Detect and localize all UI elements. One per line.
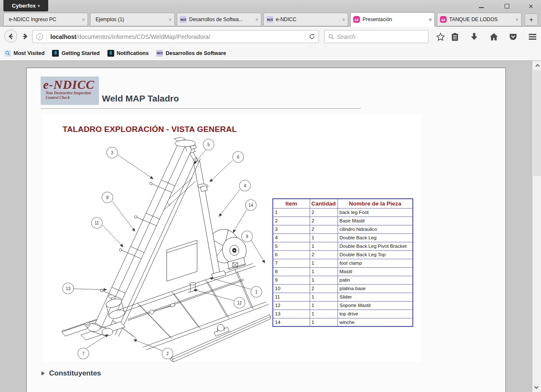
callout-balloon: 14 (245, 200, 256, 211)
url-path: /documentos/Informes/CDS/WeldMap/Perfora… (76, 33, 302, 40)
minimize-icon (479, 7, 484, 8)
titlebar: Cyberfox ▾ × (0, 0, 541, 12)
logo-title: e-NDICC (43, 78, 99, 91)
download-arrow-icon (470, 33, 478, 41)
site-info-icon[interactable]: i (36, 33, 43, 40)
tab-close-icon[interactable]: × (82, 16, 85, 23)
bookmark-most-visited[interactable]: Most Visited (4, 50, 44, 57)
maximize-button[interactable] (497, 1, 516, 11)
svg-text:7: 7 (82, 351, 85, 356)
cell-item: 9 (273, 276, 310, 284)
table-row: 11 1 Slider (273, 293, 413, 301)
svg-text:5: 5 (207, 143, 210, 147)
side-panel-plate (167, 240, 197, 281)
cell-nombre: Double Back Leg Pivot Bracket (338, 242, 413, 250)
menu-button[interactable] (527, 31, 538, 42)
cell-nombre: cilindro hidraulico (338, 225, 413, 233)
cell-nombre: platina base (338, 284, 413, 293)
scrollbar-thumb[interactable] (533, 70, 541, 176)
forward-arrow-icon (22, 33, 28, 40)
app-menu-button[interactable]: Cyberfox ▾ (3, 0, 48, 11)
constituyentes-toggle[interactable]: Constituyentes (41, 369, 101, 378)
scroll-down-button[interactable] (533, 382, 541, 391)
maximize-icon (505, 4, 509, 8)
tab-close-icon[interactable]: × (428, 16, 432, 23)
search-input[interactable] (337, 33, 428, 40)
table-row: 2 2 Base Mastil (273, 217, 413, 225)
reload-button[interactable] (305, 33, 315, 41)
svg-text:14: 14 (248, 203, 253, 208)
new-tab-button[interactable]: + (525, 14, 538, 26)
bookmarks-menu-button[interactable] (449, 31, 460, 42)
col-cantidad: Cantidad (310, 199, 338, 208)
svg-text:6: 6 (237, 155, 239, 159)
search-bar[interactable] (324, 30, 428, 43)
wamp-favicon: ω (353, 16, 360, 23)
table-row: 13 1 top drive (273, 310, 413, 318)
cell-item: 2 (273, 217, 310, 225)
url-bar[interactable]: i localhost /documentos/Informes/CDS/Wel… (32, 30, 319, 43)
star-icon (436, 33, 445, 41)
expand-arrow-icon (41, 371, 45, 376)
callout-balloon: 13 (63, 283, 74, 294)
cell-cantidad: 1 (310, 318, 338, 326)
cell-nombre: patin (338, 276, 413, 284)
downloads-button[interactable] (469, 31, 480, 42)
cell-cantidad: 1 (310, 293, 338, 301)
forward-button[interactable] (20, 32, 30, 41)
table-row: 8 1 Mastil (273, 267, 413, 276)
drawing-panel: TALADRO EXPLORACIÓN - VISTA GENERAL (43, 114, 421, 362)
cell-item: 1 (273, 208, 310, 217)
vertical-scrollbar[interactable] (532, 61, 541, 392)
tab-ejemplos[interactable]: Ejemplos (1) × (90, 13, 175, 26)
tab-close-icon[interactable]: × (342, 16, 345, 23)
cell-cantidad: 1 (310, 242, 338, 250)
tab-e-ndicc-ingreso[interactable]: e-NDICC Ingreso PC × (3, 13, 88, 26)
tab-close-icon[interactable]: × (255, 16, 258, 23)
cell-item: 12 (273, 301, 310, 310)
tab-strip: e-NDICC Ingreso PC × Ejemplos (1) × NCS … (0, 12, 541, 26)
tab-tanque-de-lodos[interactable]: ω TANQUE DE LODOS × (437, 13, 522, 26)
cell-nombre: Soporte Mastil (338, 301, 413, 310)
pocket-button[interactable] (508, 31, 519, 42)
tab-desarrollos[interactable]: NCS Desarrollos de Softwa... × (177, 13, 261, 26)
bookmark-label: Desarrollos de Software (165, 50, 226, 56)
cell-nombre: back leg Foot (338, 208, 413, 217)
tab-label: e-NDICC (276, 16, 340, 22)
magnifier-icon (4, 50, 11, 57)
parts-table: Item Cantidad Nombre de la Pieza 1 2 bac… (272, 198, 413, 327)
scroll-up-button[interactable] (533, 62, 541, 70)
bookmark-getting-started[interactable]: 8 Getting Started (52, 50, 99, 57)
bookmark-notifications[interactable]: 8 Notifications (107, 50, 149, 57)
chevron-down-icon (534, 384, 538, 389)
table-row: 6 2 Double Back Leg Top (273, 250, 413, 259)
back-button[interactable] (4, 30, 17, 43)
svg-text:2: 2 (166, 351, 169, 356)
reload-icon (309, 33, 315, 40)
divider (447, 33, 448, 41)
tab-label: Presentación (362, 16, 427, 22)
home-button[interactable] (488, 31, 499, 42)
bookmark-star-button[interactable] (435, 31, 446, 42)
tab-e-ndicc[interactable]: NCS e-NDICC × (264, 13, 348, 26)
tab-presentacion[interactable]: ω Presentación × (350, 12, 435, 27)
page-title: Weld MAP Taladro (102, 93, 179, 104)
cell-cantidad: 1 (310, 233, 338, 242)
cell-item: 4 (273, 233, 310, 242)
tab-close-icon[interactable]: × (168, 16, 172, 23)
section-title: TALADRO EXPLORACIÓN - VISTA GENERAL (63, 125, 237, 134)
home-icon (489, 33, 498, 41)
close-button[interactable]: × (522, 1, 540, 11)
table-row: 5 1 Double Back Leg Pivot Bracket (273, 242, 413, 250)
svg-text:8: 8 (106, 195, 109, 200)
technical-drawing: 3 5 6 8 4 14 11 9 13 1 12 7 2 (45, 137, 271, 362)
table-row: 10 2 platina base (273, 284, 413, 293)
svg-text:12: 12 (237, 301, 242, 305)
svg-text:3: 3 (111, 151, 113, 155)
ncs-favicon: NCS (180, 16, 187, 23)
minimize-button[interactable] (472, 1, 491, 11)
bookmarks-toolbar: Most Visited 8 Getting Started 8 Notific… (0, 46, 541, 61)
tab-close-icon[interactable]: × (515, 16, 519, 23)
callout-balloon: 11 (91, 217, 102, 228)
bookmark-desarrollos[interactable]: NCS Desarrollos de Software (156, 50, 226, 57)
